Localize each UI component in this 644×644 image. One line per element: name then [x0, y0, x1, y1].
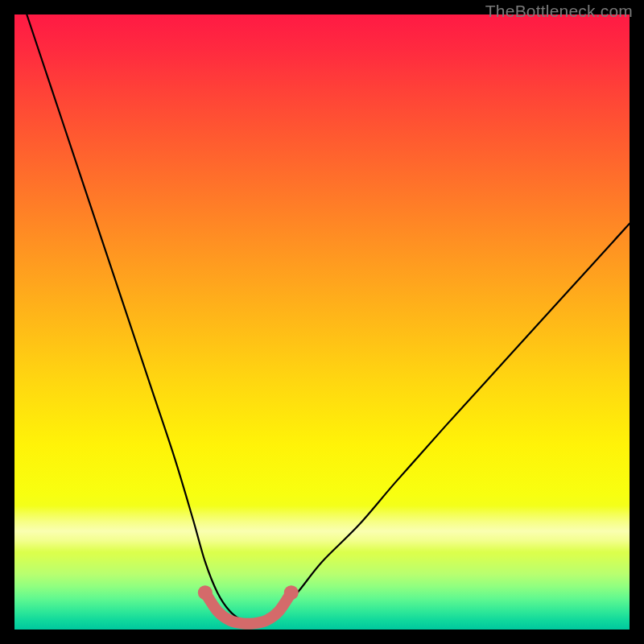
optimal-range-start-dot — [198, 585, 213, 600]
optimal-range-marker — [205, 592, 291, 624]
bottleneck-curve — [27, 14, 630, 623]
chart-frame: TheBottleneck.com — [0, 0, 644, 644]
optimal-range-end-dot — [284, 585, 299, 600]
chart-plot-area — [14, 14, 630, 630]
watermark-text: TheBottleneck.com — [485, 2, 633, 21]
